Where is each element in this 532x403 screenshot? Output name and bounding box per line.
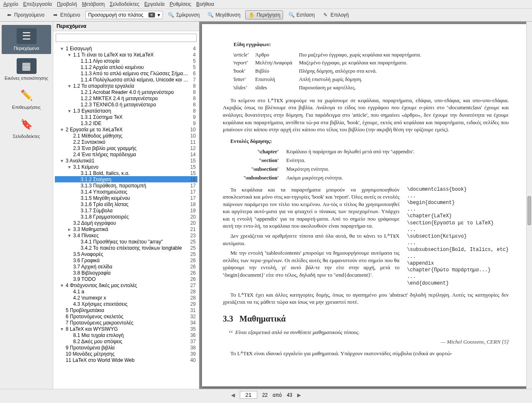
toc-entry[interactable]: 1.2.3 TEXNIC6.0 ή μεταγενέστερο8 xyxy=(55,101,197,108)
sidebar-item-reviews[interactable]: ✏️ Επιθεωρήσεις xyxy=(0,84,53,113)
toc-entry[interactable]: 1.1.1 Λίγο ιστορία5 xyxy=(55,58,197,64)
paragraph: Το κείμενο στο LᴬTᴇX μπορούμε να τα χωρί… xyxy=(223,97,509,133)
toc-entry[interactable]: 2.4 Ένα πλήρες παράδειγμα14 xyxy=(55,151,197,157)
toc-search-input[interactable] xyxy=(56,34,197,42)
toc-entry[interactable]: 3.1.2 Στοίχιση16 xyxy=(55,176,197,182)
page-prev-nav[interactable]: ◀ xyxy=(231,392,235,398)
document-viewport[interactable]: Είδη εγγράφων: 'article'ΆρθροΠιο μαζεμέν… xyxy=(200,22,532,389)
table-row: 'report'Μελέτη/ΑναφοράΜαζεμένο έγγραφο, … xyxy=(233,59,427,67)
toc-entry[interactable]: ▾3.4 Πίνακες23 xyxy=(55,232,197,238)
toc-entry[interactable]: 2.3 Ένα βιβλίο μιας γραμμής12 xyxy=(55,145,197,151)
toc-entry[interactable]: ▾8 LaTeX και WYSIWYG35 xyxy=(55,326,197,332)
next-label: Επόμενο xyxy=(60,12,80,18)
contents-icon: ☰ xyxy=(17,28,37,44)
toc-entry[interactable]: 4.2 \numexpr x28 xyxy=(55,295,197,301)
structure-commands-table: '\chapter'Κεφάλαιο ή παράρτημα αν δηλωθε… xyxy=(239,147,419,183)
toc-entry[interactable]: 3.1.5 Μεγέθη κειμένου17 xyxy=(55,195,197,201)
toc-entry[interactable]: 7 Προτεινόμενες μακροεντολές34 xyxy=(55,319,197,326)
toc-entry[interactable]: 2.1 Μέθοδος μάθησης10 xyxy=(55,133,197,139)
toc-entry[interactable]: 5 Προβληματάκια31 xyxy=(55,307,197,313)
hand-icon: ✋ xyxy=(248,12,255,18)
toc-entry[interactable]: 3.9 TODO26 xyxy=(55,276,197,282)
toc-entry[interactable]: 3.7 Αρχική σελίδα26 xyxy=(55,263,197,270)
clear-icon[interactable]: ✕ xyxy=(148,12,155,17)
toc-entry[interactable]: 8.1 Μια τυχαία επιλογή36 xyxy=(55,332,197,338)
table-row: '\subsubsection'Ακόμα μικρότερη ενότητα. xyxy=(240,174,418,182)
toc-entry[interactable]: ▾1.2 Τα απαραίτητα εργαλεία8 xyxy=(55,83,197,89)
menu-item[interactable]: Μετάβαση xyxy=(82,1,105,7)
toc-entry[interactable]: 3.1.1 Bold, Italics, κ.α.15 xyxy=(55,170,197,176)
toc-entry[interactable]: 3.8 Βιβλιογραφία26 xyxy=(55,270,197,276)
toc-entry[interactable]: 4.1 a28 xyxy=(55,288,197,295)
blockquote: Είναι εξαιρετικά απλό να συνθέσετε μαθημ… xyxy=(235,329,509,336)
sidebar-item-thumbnails[interactable]: ▦ Εικόνες επισκόπησης xyxy=(0,55,53,84)
toc-entry[interactable]: 3.1.3 Παράθεση, παραπομπή17 xyxy=(55,182,197,189)
toc-entry[interactable]: 3.1.7 Σύμβολα19 xyxy=(55,207,197,214)
selection-tool-button[interactable]: ✎ Επιλογή xyxy=(320,10,351,20)
toc-entry[interactable]: 3.4.1 Προσθήκες του πακέτου "array"25 xyxy=(55,238,197,245)
toc-entry[interactable]: 3.6 Γραφικά26 xyxy=(55,257,197,263)
toc-entry[interactable]: ▾1.3 Εγκατάσταση8 xyxy=(55,108,197,114)
page-next-nav[interactable]: ▶ xyxy=(297,392,301,398)
toc-entry[interactable]: 9 Προτεινόμενα βιβλία38 xyxy=(55,344,197,351)
toc-entry[interactable]: 3.4.2 Το πακέτο επέκτασης πινάκων longta… xyxy=(55,245,197,251)
zoom-out-button[interactable]: 🔍 Σμίκρυνση xyxy=(165,10,202,20)
toc-list[interactable]: ▾1 Εισαγωγή4▾1.1 Τι είναι το LaTeX και τ… xyxy=(53,44,199,389)
menu-item[interactable]: Σελιδοδείκτες xyxy=(110,1,139,7)
zoom-out-label: Σμίκρυνση xyxy=(176,12,200,18)
toc-entry[interactable]: 1.2.1 Acrobat Reader 4.0 ή μεταγενέστερο… xyxy=(55,89,197,95)
toc-entry[interactable]: 3.2 Δομή εγγράφου20 xyxy=(55,220,197,226)
toc-entry[interactable]: 3.1.6 Τρία είδη λίστας18 xyxy=(55,201,197,207)
toc-entry[interactable]: ▾4 Φτιάχνοντας δικές μας εντολές27 xyxy=(55,282,197,288)
statusbar: ◀ 22 από 43 ▶ xyxy=(0,389,532,401)
view-sidebar: ☰ Περιεχόμενα ▦ Εικόνες επισκόπησης ✏️ Ε… xyxy=(0,22,53,389)
menu-item[interactable]: Αρχείο xyxy=(3,1,18,7)
toc-entry[interactable]: 11 LaTeX στο World Wide Web40 xyxy=(55,357,197,363)
toc-entry[interactable]: 1.3.2 IDE9 xyxy=(55,120,197,126)
browse-tool-button[interactable]: ✋ Περιήγηση xyxy=(245,10,283,20)
menu-item[interactable]: Βοήθεια xyxy=(196,1,214,7)
toc-entry[interactable]: 3.1.4 Υποσημειώσεις17 xyxy=(55,189,197,195)
toc-entry[interactable]: 8.2 Δικές μου απόψεις37 xyxy=(55,338,197,344)
toc-entry[interactable]: 1.3.1 Σύστημα TeX9 xyxy=(55,114,197,120)
menu-item[interactable]: Ρυθμίσεις xyxy=(170,1,191,7)
toc-entry[interactable]: 3.1.8 Γραμματοσειρές20 xyxy=(55,214,197,220)
zoom-in-icon: 🔍 xyxy=(207,12,214,18)
menu-item[interactable]: Εργαλεία xyxy=(144,1,165,7)
sidebar-item-contents[interactable]: ☰ Περιεχόμενα xyxy=(2,25,51,54)
toc-entry[interactable]: 6 Προτεινόμενος σκελετός32 xyxy=(55,313,197,319)
zoom-in-label: Μεγέθυνση xyxy=(215,12,240,18)
toc-entry[interactable]: ▾3.1 Κείμενο15 xyxy=(55,164,197,170)
toolbar: ⬅ Προηγούμενο ➡ Επόμενο Προσαρμογή στο π… xyxy=(0,9,532,22)
toc-entry[interactable]: ▸3.3 Μαθηματικά21 xyxy=(55,226,197,232)
prev-button[interactable]: ⬅ Προηγούμενο xyxy=(3,10,47,20)
page-number-input[interactable] xyxy=(240,391,257,399)
toc-entry[interactable]: ▾1.1 Τι είναι το LaTeX και το XeLaTeX4 xyxy=(55,52,197,58)
toc-entry[interactable]: 1.1.3 Από το απλό κείμενο στις Γλώσσες Σ… xyxy=(55,70,197,76)
table-row: 'article'ΆρθροΠιο μαζεμένο έγγραφο, χωρί… xyxy=(233,52,427,59)
toc-entry[interactable]: ▾2 Εργασία με το XeLaTeX10 xyxy=(55,126,197,133)
toc-entry[interactable]: 1.2.2 MIKTEX 2.4 ή μεταγενέστερο8 xyxy=(55,95,197,101)
chevron-down-icon: ▾ xyxy=(158,12,160,18)
toc-entry[interactable]: 3.5 Αναφορές25 xyxy=(55,251,197,257)
menu-item[interactable]: Επεξεργασία xyxy=(23,1,52,7)
toc-entry[interactable]: 1.1.4 Πολύγλωσσα απλά κείμενα, Unicode κ… xyxy=(55,76,197,83)
focus-tool-button[interactable]: 🔍 Εστίαση xyxy=(286,10,317,20)
toc-entry[interactable]: 1.1.2 Αρχεία απλού κειμένου5 xyxy=(55,64,197,70)
scrollbar-thumb[interactable] xyxy=(527,196,531,225)
toc-entry[interactable]: 10 Μονάδες μέτρησης39 xyxy=(55,351,197,357)
table-row: 'letter'ΕπιστολήΑπλή επιστολή χωρίς δόμη… xyxy=(233,76,427,84)
browse-label: Περιήγηση xyxy=(256,12,280,18)
next-button[interactable]: ➡ Επόμενο xyxy=(49,10,83,20)
menu-item[interactable]: Προβολή xyxy=(57,1,77,7)
toc-entry[interactable]: 2.2 Συντακτικό11 xyxy=(55,139,197,145)
vertical-scrollbar[interactable] xyxy=(526,22,532,389)
fitmode-dropdown[interactable]: Προσαρμογή στο πλάτος ✕ ▾ xyxy=(85,11,163,19)
toc-title: Περιεχόμενα xyxy=(53,22,199,31)
toc-entry[interactable]: ▾1 Εισαγωγή4 xyxy=(55,45,197,52)
toc-entry[interactable]: ▾3 Αναλυτικά115 xyxy=(55,157,197,164)
toc-entry[interactable]: 4.3 Χρήσιμες επεκτάσεις29 xyxy=(55,301,197,307)
zoom-in-button[interactable]: 🔍 Μεγέθυνση xyxy=(204,10,243,20)
menubar: ΑρχείοΕπεξεργασίαΠροβολήΜετάβασηΣελιδοδε… xyxy=(0,0,532,9)
sidebar-item-bookmarks[interactable]: 🔖 Σελιδοδείκτες xyxy=(0,113,53,142)
